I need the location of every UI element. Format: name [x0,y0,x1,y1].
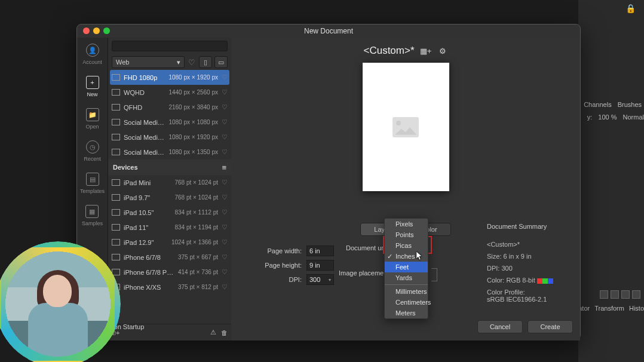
unit-option[interactable]: Centimeters [385,297,428,308]
heart-icon[interactable]: ♡ [222,118,228,126]
blend-mode[interactable]: Normal [623,113,644,121]
sidebar-templates[interactable]: ▤ Templates [80,173,105,194]
preset-dims: 1080 px × 1920 px [168,134,218,140]
folder-icon: 📁 [86,108,99,121]
mask-icon[interactable] [621,290,630,299]
preset-name: QFHD [124,104,165,111]
window-minimize[interactable] [93,27,100,34]
heart-icon[interactable]: ♡ [222,238,228,246]
favorite-icon[interactable]: ♡ [188,58,195,67]
preset-row[interactable]: iPhone 6/7/8375 pt × 667 pt♡ [108,250,231,265]
unit-option[interactable]: Yards [385,272,428,283]
lock-icon[interactable]: 🔒 [625,4,636,13]
dialog-title: New Document [77,24,580,38]
sidebar-label: Templates [80,188,105,194]
sidebar-open[interactable]: 📁 Open [85,108,99,130]
document-unit-dropdown[interactable]: PixelsPointsPicasInchesFeetYardsMillimet… [384,218,428,319]
page-width-input[interactable]: 6 in [306,246,334,256]
preset-dims: 1080 px × 1350 px [168,149,218,155]
summary-name: <Custom>* [487,241,576,248]
preset-row[interactable]: iPhone 6/7/8 Plus414 pt × 736 pt♡ [108,265,231,280]
link-dimensions-icon[interactable] [431,268,437,281]
preset-row[interactable]: iPad 11"834 pt × 1194 pt♡ [108,220,231,235]
preset-row[interactable]: iPad 9.7"768 pt × 1024 pt♡ [108,190,231,205]
unit-option[interactable]: Picas [385,240,428,251]
preset-row[interactable]: WQHD1440 px × 2560 px♡ [108,85,231,100]
window-maximize[interactable] [103,27,110,34]
preset-dims: 375 pt × 812 pt [178,284,218,290]
summary-color: Color: RGB 8-bit [487,277,576,284]
heart-icon[interactable]: ♡ [222,133,228,141]
preset-row[interactable]: Social Media Story...1080 px × 1920 px♡ [108,130,231,145]
preset-list[interactable]: FHD 1080p1080 px × 1920 px♡WQHD1440 px ×… [108,70,231,324]
preset-row[interactable]: Social Media Squar...1080 px × 1080 px♡ [108,115,231,130]
heart-icon[interactable]: ♡ [222,73,228,81]
preset-icon [112,209,120,216]
save-preset-icon[interactable]: ▦+ [421,45,431,56]
heart-icon[interactable]: ♡ [222,179,228,186]
preset-icon [112,179,120,186]
heart-icon[interactable]: ♡ [222,194,228,201]
unit-option[interactable]: Pixels [385,219,428,229]
sidebar-account[interactable]: 👤 Account [82,44,102,65]
menu-icon[interactable]: ≡ [222,163,226,172]
dpi-input[interactable]: 300 [306,274,334,285]
preset-dims: 768 pt × 1024 pt [174,179,218,186]
tab-transform[interactable]: Transform [594,305,624,312]
document-summary: Document Summary <Custom>* Size: 6 in x … [487,218,576,308]
preset-row[interactable]: QFHD2160 px × 3840 px♡ [108,100,231,115]
summary-heading: Document Summary [487,223,576,230]
preset-row[interactable]: FHD 1080p1080 px × 1920 px♡ [110,70,229,85]
create-button[interactable]: Create [528,320,573,333]
sidebar-recent[interactable]: ◷ Recent [84,140,101,162]
tab-histogram[interactable]: Histo [629,305,644,312]
x-icon[interactable] [632,290,640,299]
heart-icon[interactable]: ♡ [222,103,228,111]
preset-search[interactable] [112,41,228,51]
unit-option[interactable]: Points [385,229,428,240]
dpi-label: DPI: [253,276,306,283]
summary-size: Size: 6 in x 9 in [487,253,576,260]
window-close[interactable] [83,27,90,34]
portrait-icon[interactable]: ▯ [199,56,212,68]
summary-dpi: DPI: 300 [487,265,576,272]
fx-icon[interactable] [600,290,608,299]
settings-icon[interactable]: ⚙ [437,45,448,56]
heart-icon[interactable]: ♡ [222,148,228,156]
preset-dims: 2160 px × 3840 px [168,104,218,111]
document-unit-label: Document unit: [346,244,390,251]
preset-row[interactable]: iPad Mini768 pt × 1024 pt♡ [108,175,231,190]
adjust-icon[interactable] [611,290,619,299]
heart-icon[interactable]: ♡ [222,88,228,96]
unit-option[interactable]: Millimeters [385,286,428,297]
category-select[interactable]: Web▾ [112,56,185,68]
unit-option[interactable]: Meters [385,308,428,318]
unit-option[interactable]: Feet [385,262,428,272]
preset-name: iPad 10.5" [124,209,171,216]
sidebar-samples[interactable]: ▦ Samples [82,205,103,226]
sidebar-new[interactable]: + New [86,76,99,97]
clock-icon: ◷ [86,140,99,154]
heart-icon[interactable]: ♡ [222,283,228,291]
heart-icon[interactable]: ♡ [222,223,228,231]
cancel-button[interactable]: Cancel [477,320,523,333]
preset-row[interactable]: iPad 12.9"1024 pt × 1366 pt♡ [108,235,231,250]
preset-row[interactable]: iPhone X/XS375 pt × 812 pt♡ [108,280,231,294]
preset-icon [112,239,120,246]
preset-name: iPad 12.9" [124,239,168,246]
page-height-input[interactable]: 9 in [306,260,334,271]
preset-row[interactable]: Social Media Portrai...1080 px × 1350 px… [108,145,231,159]
heart-icon[interactable]: ♡ [222,253,228,261]
landscape-icon[interactable]: ▭ [214,56,228,68]
preset-name: WQHD [124,89,165,96]
preset-dims: 834 pt × 1194 pt [174,224,218,231]
preset-name: FHD 1080p [124,74,165,81]
preset-row[interactable]: iPad 10.5"834 pt × 1112 pt♡ [108,205,231,220]
heart-icon[interactable]: ♡ [222,268,228,276]
unit-option[interactable]: Inches [385,251,428,262]
tab-channels[interactable]: Channels [584,101,611,108]
opacity-value[interactable]: 100 % [598,113,617,121]
stack-icon: ▤ [86,173,99,186]
tab-brushes[interactable]: Brushes [618,101,642,108]
heart-icon[interactable]: ♡ [222,208,228,216]
